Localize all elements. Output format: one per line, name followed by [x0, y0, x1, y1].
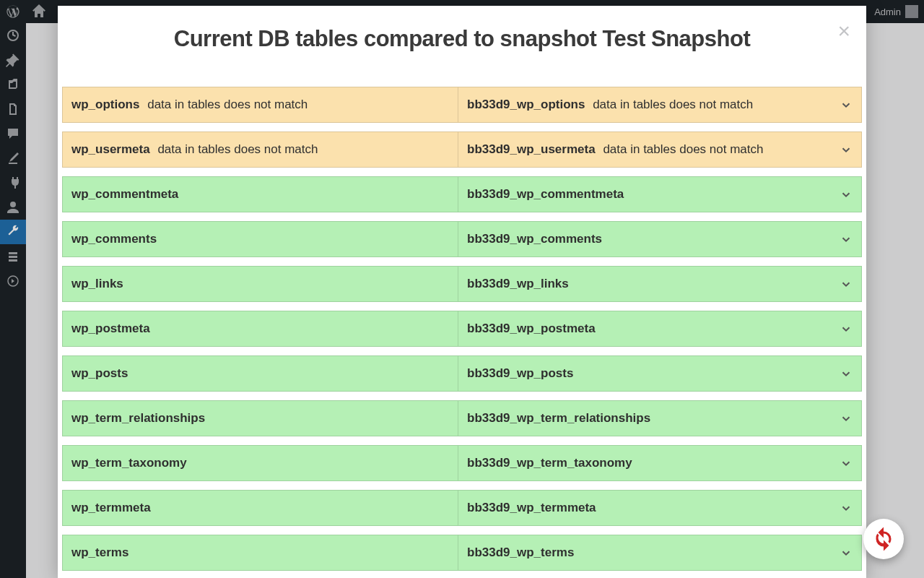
- table-name-right: bb33d9_wp_postmeta: [467, 322, 596, 335]
- compare-cell-right: bb33d9_wp_comments: [458, 222, 831, 256]
- chevron-down-icon: [840, 501, 853, 514]
- compare-cell-left: wp_terms: [63, 535, 458, 570]
- expand-row-button[interactable]: [831, 311, 861, 346]
- table-name-left: wp_usermeta: [71, 142, 150, 156]
- compare-cell-left: wp_comments: [63, 222, 458, 256]
- compare-cell-left: wp_commentmeta: [63, 177, 458, 212]
- db-compare-modal: × Current DB tables compared to snapshot…: [58, 6, 866, 578]
- table-name-right: bb33d9_wp_terms: [467, 545, 574, 559]
- chevron-down-icon: [840, 98, 853, 111]
- compare-row[interactable]: wp_term_taxonomybb33d9_wp_term_taxonomy: [62, 445, 862, 481]
- close-icon[interactable]: ×: [837, 20, 850, 42]
- table-name-right: bb33d9_wp_links: [467, 277, 569, 290]
- expand-row-button[interactable]: [831, 535, 861, 570]
- compare-cell-right: bb33d9_wp_usermeta data in tables does n…: [458, 132, 831, 167]
- compare-row[interactable]: wp_postsbb33d9_wp_posts: [62, 355, 862, 392]
- compare-cell-left: wp_termmeta: [63, 491, 458, 525]
- refresh-fab[interactable]: [863, 519, 904, 559]
- expand-row-button[interactable]: [831, 401, 861, 436]
- table-name-right: bb33d9_wp_commentmeta: [467, 187, 624, 201]
- compare-cell-right: bb33d9_wp_termmeta: [458, 491, 831, 525]
- compare-cell-right: bb33d9_wp_terms: [458, 535, 831, 570]
- compare-cell-right: bb33d9_wp_links: [458, 267, 831, 301]
- expand-row-button[interactable]: [831, 222, 861, 256]
- table-name-left: wp_commentmeta: [71, 187, 178, 201]
- chevron-down-icon: [840, 546, 853, 559]
- chevron-down-icon: [840, 233, 853, 246]
- compare-cell-left: wp_term_taxonomy: [63, 446, 458, 480]
- compare-row[interactable]: wp_termsbb33d9_wp_terms: [62, 535, 862, 571]
- status-text: data in tables does not match: [147, 98, 308, 111]
- chevron-down-icon: [840, 188, 853, 201]
- compare-rows-container: wp_options data in tables does not match…: [58, 87, 866, 578]
- compare-cell-right: bb33d9_wp_postmeta: [458, 311, 831, 346]
- table-name-left: wp_terms: [71, 545, 128, 559]
- table-name-right: bb33d9_wp_usermeta: [467, 142, 596, 156]
- expand-row-button[interactable]: [831, 491, 861, 525]
- compare-row[interactable]: wp_term_relationshipsbb33d9_wp_term_rela…: [62, 400, 862, 436]
- chevron-down-icon: [840, 143, 853, 156]
- table-name-left: wp_term_relationships: [71, 411, 205, 425]
- table-name-right: bb33d9_wp_posts: [467, 366, 573, 380]
- chevron-down-icon: [840, 322, 853, 335]
- table-name-left: wp_links: [71, 277, 123, 290]
- table-name-left: wp_term_taxonomy: [71, 456, 187, 470]
- table-name-left: wp_postmeta: [71, 322, 150, 335]
- modal-overlay: × Current DB tables compared to snapshot…: [0, 0, 924, 578]
- compare-cell-right: bb33d9_wp_term_relationships: [458, 401, 831, 436]
- expand-row-button[interactable]: [831, 132, 861, 167]
- table-name-left: wp_comments: [71, 232, 157, 246]
- expand-row-button[interactable]: [831, 446, 861, 480]
- modal-title: Current DB tables compared to snapshot T…: [58, 26, 866, 52]
- compare-row[interactable]: wp_commentsbb33d9_wp_comments: [62, 221, 862, 257]
- table-name-right: bb33d9_wp_options: [467, 98, 585, 111]
- table-name-right: bb33d9_wp_term_relationships: [467, 411, 650, 425]
- expand-row-button[interactable]: [831, 356, 861, 391]
- status-text: data in tables does not match: [157, 142, 318, 156]
- compare-row[interactable]: wp_usermeta data in tables does not matc…: [62, 131, 862, 168]
- compare-row[interactable]: wp_options data in tables does not match…: [62, 87, 862, 123]
- compare-cell-left: wp_posts: [63, 356, 458, 391]
- compare-cell-right: bb33d9_wp_commentmeta: [458, 177, 831, 212]
- table-name-left: wp_options: [71, 98, 139, 111]
- compare-cell-left: wp_links: [63, 267, 458, 301]
- compare-row[interactable]: wp_linksbb33d9_wp_links: [62, 266, 862, 302]
- status-text: data in tables does not match: [603, 142, 763, 156]
- expand-row-button[interactable]: [831, 267, 861, 301]
- compare-row[interactable]: wp_postmetabb33d9_wp_postmeta: [62, 311, 862, 347]
- chevron-down-icon: [840, 277, 853, 290]
- refresh-icon: [871, 526, 897, 552]
- expand-row-button[interactable]: [831, 177, 861, 212]
- compare-cell-left: wp_postmeta: [63, 311, 458, 346]
- table-name-right: bb33d9_wp_termmeta: [467, 501, 596, 514]
- compare-cell-left: wp_options data in tables does not match: [63, 87, 458, 122]
- compare-row[interactable]: wp_termmetabb33d9_wp_termmeta: [62, 490, 862, 526]
- compare-cell-right: bb33d9_wp_options data in tables does no…: [458, 87, 831, 122]
- expand-row-button[interactable]: [831, 87, 861, 122]
- chevron-down-icon: [840, 412, 853, 425]
- chevron-down-icon: [840, 367, 853, 380]
- status-text: data in tables does not match: [593, 98, 753, 111]
- compare-cell-left: wp_term_relationships: [63, 401, 458, 436]
- table-name-right: bb33d9_wp_term_taxonomy: [467, 456, 632, 470]
- chevron-down-icon: [840, 457, 853, 470]
- compare-cell-right: bb33d9_wp_term_taxonomy: [458, 446, 831, 480]
- table-name-left: wp_termmeta: [71, 501, 151, 514]
- table-name-left: wp_posts: [71, 366, 128, 380]
- compare-cell-left: wp_usermeta data in tables does not matc…: [63, 132, 458, 167]
- table-name-right: bb33d9_wp_comments: [467, 232, 602, 246]
- compare-row[interactable]: wp_commentmetabb33d9_wp_commentmeta: [62, 176, 862, 212]
- compare-cell-right: bb33d9_wp_posts: [458, 356, 831, 391]
